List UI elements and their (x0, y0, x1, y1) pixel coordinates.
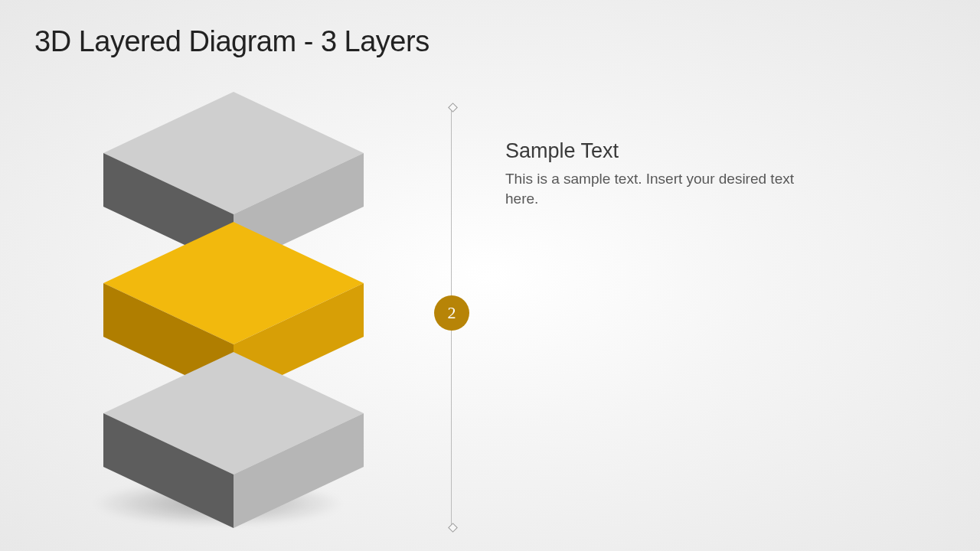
callout-text: Sample Text This is a sample text. Inser… (505, 139, 827, 208)
number-badge: 2 (434, 295, 469, 331)
diagram-stage: 2 Sample Text This is a sample text. Ins… (0, 92, 980, 536)
layer-3 (103, 352, 394, 505)
layer-stack (103, 92, 394, 520)
number-badge-label: 2 (448, 303, 456, 323)
callout-body: This is a sample text. Insert your desir… (505, 169, 827, 208)
slide-title: 3D Layered Diagram - 3 Layers (34, 25, 430, 58)
callout-heading: Sample Text (505, 139, 827, 163)
